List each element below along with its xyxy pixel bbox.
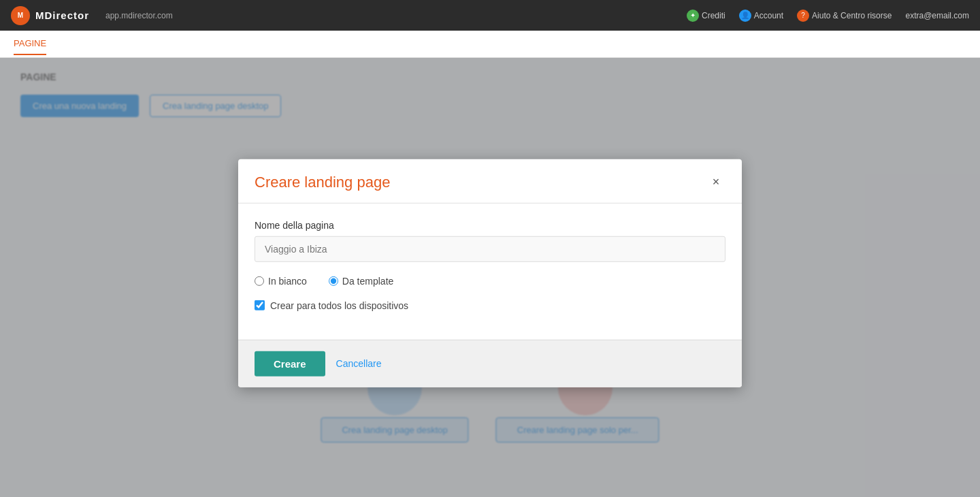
create-landing-modal: Creare landing page × Nome della pagina … bbox=[238, 159, 742, 387]
checkbox-row: Crear para todos los dispositivos bbox=[255, 300, 725, 310]
modal-title: Creare landing page bbox=[255, 173, 390, 191]
radio-da-template-label[interactable]: Da template bbox=[329, 275, 393, 286]
logo-text: M bbox=[18, 12, 23, 19]
modal-body: Nome della pagina In bianco Da template … bbox=[238, 203, 742, 339]
brand-name: MDirector bbox=[35, 10, 89, 21]
page-name-input[interactable] bbox=[255, 236, 725, 261]
radio-in-bianco[interactable] bbox=[255, 276, 264, 285]
help-icon: ? bbox=[797, 10, 809, 22]
sub-text: app.mdirector.com bbox=[105, 11, 173, 20]
cancel-button[interactable]: Cancellare bbox=[336, 358, 382, 369]
account-label: Account bbox=[754, 11, 783, 20]
nav-help[interactable]: ? Aiuto & Centro risorse bbox=[797, 10, 892, 22]
close-icon: × bbox=[713, 175, 720, 189]
checkbox-todos-dispositivos[interactable] bbox=[255, 300, 265, 310]
help-label: Aiuto & Centro risorse bbox=[812, 11, 892, 20]
navbar-right: ✦ Crediti 👤 Account ? Aiuto & Centro ris… bbox=[687, 10, 969, 22]
modal-footer: Creare Cancellare bbox=[238, 339, 742, 387]
nav-user[interactable]: extra@email.com bbox=[905, 11, 969, 20]
brand: M MDirector app.mdirector.com bbox=[11, 6, 173, 25]
subnav-pagine[interactable]: PAGINE bbox=[14, 33, 46, 55]
navbar: M MDirector app.mdirector.com ✦ Crediti … bbox=[0, 0, 980, 31]
nav-account[interactable]: 👤 Account bbox=[739, 10, 783, 22]
subnav: PAGINE bbox=[0, 31, 980, 58]
subnav-pagine-label: PAGINE bbox=[14, 38, 46, 48]
modal-header: Creare landing page × bbox=[238, 159, 742, 203]
page-name-label: Nome della pagina bbox=[255, 219, 725, 230]
radio-group: In bianco Da template bbox=[255, 275, 725, 286]
nav-credits[interactable]: ✦ Crediti bbox=[687, 10, 725, 22]
account-icon: 👤 bbox=[739, 10, 751, 22]
logo: M bbox=[11, 6, 30, 25]
credits-icon: ✦ bbox=[687, 10, 699, 22]
radio-in-bianco-text: In bianco bbox=[268, 275, 307, 286]
checkbox-todos-label[interactable]: Crear para todos los dispositivos bbox=[270, 300, 408, 310]
radio-in-bianco-label[interactable]: In bianco bbox=[255, 275, 307, 286]
create-button[interactable]: Creare bbox=[255, 351, 325, 376]
radio-da-template-text: Da template bbox=[342, 275, 393, 286]
modal-close-button[interactable]: × bbox=[706, 172, 725, 191]
radio-da-template[interactable] bbox=[329, 276, 338, 285]
user-email: extra@email.com bbox=[905, 11, 969, 20]
credits-label: Crediti bbox=[702, 11, 725, 20]
page-background: PAGINE Crea una nuova landing Crea landi… bbox=[0, 58, 980, 497]
